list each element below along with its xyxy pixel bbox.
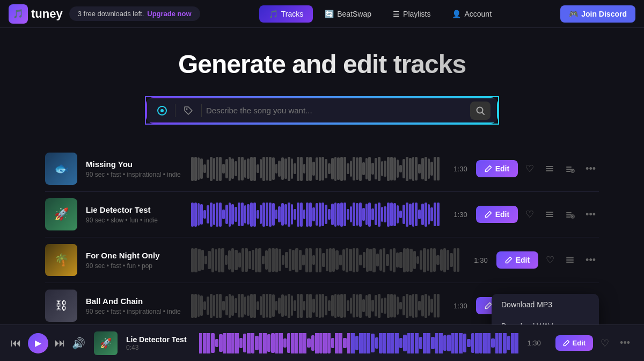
edit-icon bbox=[485, 211, 492, 218]
svg-rect-18 bbox=[566, 214, 572, 215]
svg-point-1 bbox=[160, 109, 164, 112]
track-duration: 1:30 bbox=[448, 165, 467, 173]
next-button[interactable]: ⏭ bbox=[55, 337, 65, 349]
player-edit-button[interactable]: Edit bbox=[555, 335, 594, 351]
player-edit-label: Edit bbox=[573, 339, 586, 347]
tag-icon bbox=[183, 105, 194, 116]
discord-icon: 🎮 bbox=[569, 10, 578, 18]
playlists-label: Playlists bbox=[403, 10, 430, 18]
edit-label: Edit bbox=[495, 210, 509, 219]
track-meta: 90 sec • fast • inspirational • indie bbox=[86, 308, 182, 315]
track-thumbnail: 🌴 bbox=[45, 244, 77, 276]
track-info: For One Night Only 90 sec • fast • fun •… bbox=[86, 251, 182, 270]
add-playlist-icon bbox=[565, 164, 575, 174]
track-actions: Edit ♡ ••• bbox=[496, 251, 599, 269]
nav-playlists[interactable]: ☰ Playlists bbox=[383, 5, 440, 23]
waveform[interactable] bbox=[191, 292, 440, 319]
stems-icon bbox=[545, 210, 554, 219]
navbar-center: 🎵 Tracks 🔄 BeatSwap ☰ Playlists 👤 Accoun… bbox=[259, 5, 501, 23]
track-info: Lie Detector Test 90 sec • slow • fun • … bbox=[86, 205, 182, 224]
waveform[interactable] bbox=[191, 247, 460, 273]
track-row: 🚀 Lie Detector Test 90 sec • slow • fun … bbox=[45, 192, 599, 237]
logo-text: tuney bbox=[31, 7, 63, 21]
navbar: 🎵 tuney 3 free downloads left. Upgrade n… bbox=[0, 0, 644, 28]
track-thumbnail: 🐟 bbox=[45, 153, 77, 185]
player-waveform[interactable] bbox=[199, 333, 519, 353]
playlist-button[interactable] bbox=[562, 206, 578, 222]
nav-beatswap[interactable]: 🔄 BeatSwap bbox=[315, 5, 381, 23]
nav-account[interactable]: 👤 Account bbox=[442, 5, 501, 23]
edit-icon bbox=[505, 256, 513, 264]
svg-rect-8 bbox=[566, 167, 572, 168]
svg-rect-10 bbox=[566, 171, 570, 172]
nav-tracks[interactable]: 🎵 Tracks bbox=[259, 5, 313, 23]
track-meta: 90 sec • fast • fun • pop bbox=[86, 262, 182, 270]
more-button[interactable]: ••• bbox=[582, 160, 599, 178]
track-meta: 90 sec • fast • inspirational • indie bbox=[86, 171, 182, 178]
logo-icon: 🎵 bbox=[9, 4, 28, 24]
player-track-name: Lie Detector Test bbox=[126, 335, 191, 344]
track-info: Ball And Chain 90 sec • fast • inspirati… bbox=[86, 297, 182, 315]
stems-button[interactable] bbox=[541, 161, 558, 177]
svg-rect-24 bbox=[566, 259, 574, 261]
svg-rect-14 bbox=[546, 212, 553, 213]
account-icon: 👤 bbox=[452, 10, 461, 18]
stems-button[interactable] bbox=[562, 252, 578, 268]
stems-icon bbox=[565, 255, 575, 265]
track-name: For One Night Only bbox=[86, 251, 182, 260]
edit-label: Edit bbox=[516, 256, 530, 264]
search-input[interactable] bbox=[206, 98, 466, 122]
playlist-button[interactable] bbox=[562, 161, 578, 177]
track-duration: 1:30 bbox=[448, 302, 467, 310]
edit-button[interactable]: Edit bbox=[476, 206, 518, 223]
waveform[interactable] bbox=[191, 201, 440, 228]
logo[interactable]: 🎵 tuney bbox=[9, 4, 63, 24]
search-tag-button[interactable] bbox=[180, 102, 197, 119]
prev-button[interactable]: ⏮ bbox=[11, 337, 21, 349]
navbar-right: 🎮 Join Discord bbox=[560, 5, 635, 23]
player-thumbnail: 🚀 bbox=[94, 331, 118, 355]
track-list: 🐟 Missing You 90 sec • fast • inspiratio… bbox=[32, 146, 612, 329]
track-row: 🐟 Missing You 90 sec • fast • inspiratio… bbox=[45, 146, 599, 192]
svg-point-2 bbox=[186, 108, 188, 110]
more-button[interactable]: ••• bbox=[582, 251, 599, 269]
search-submit-button[interactable] bbox=[470, 102, 491, 120]
waveform[interactable] bbox=[191, 155, 440, 182]
svg-line-4 bbox=[482, 112, 484, 114]
beatswap-label: BeatSwap bbox=[337, 10, 371, 18]
upgrade-link[interactable]: Upgrade now bbox=[147, 10, 191, 18]
playlists-icon: ☰ bbox=[393, 10, 400, 18]
svg-rect-23 bbox=[566, 257, 574, 258]
svg-rect-17 bbox=[566, 212, 572, 213]
play-button[interactable]: ▶ bbox=[28, 333, 48, 353]
search-filter-button[interactable] bbox=[153, 102, 171, 119]
join-discord-button[interactable]: 🎮 Join Discord bbox=[560, 5, 635, 23]
page-title: Generate and edit tracks bbox=[0, 49, 644, 79]
search-divider-2 bbox=[201, 104, 202, 117]
dropdown-download-mp3[interactable]: Download MP3 bbox=[492, 294, 599, 315]
stems-icon bbox=[545, 164, 554, 174]
edit-icon bbox=[485, 302, 492, 309]
track-meta: 90 sec • slow • fun • indie bbox=[86, 216, 182, 224]
filter-icon bbox=[157, 105, 167, 116]
player-edit-icon bbox=[563, 340, 570, 346]
player-more-button[interactable]: ••• bbox=[617, 334, 633, 352]
beatswap-icon: 🔄 bbox=[325, 10, 334, 18]
like-button[interactable]: ♡ bbox=[522, 160, 537, 178]
stems-button[interactable] bbox=[541, 206, 558, 222]
player-like-button[interactable]: ♡ bbox=[597, 334, 612, 352]
edit-icon bbox=[485, 165, 492, 172]
volume-button[interactable]: 🔊 bbox=[72, 337, 85, 350]
like-button[interactable]: ♡ bbox=[543, 251, 558, 269]
svg-rect-15 bbox=[546, 214, 553, 215]
player-time: 0:43 bbox=[126, 344, 191, 351]
like-button[interactable]: ♡ bbox=[522, 205, 537, 223]
track-duration: 1:30 bbox=[448, 211, 467, 219]
more-button[interactable]: ••• bbox=[582, 206, 599, 223]
discord-label: Join Discord bbox=[581, 10, 627, 18]
edit-button[interactable]: Edit bbox=[496, 251, 538, 269]
track-actions: Edit ♡ ••• bbox=[476, 160, 599, 178]
tracks-label: Tracks bbox=[281, 10, 303, 18]
upgrade-text: 3 free downloads left. bbox=[78, 10, 144, 18]
edit-button[interactable]: Edit bbox=[476, 160, 518, 177]
